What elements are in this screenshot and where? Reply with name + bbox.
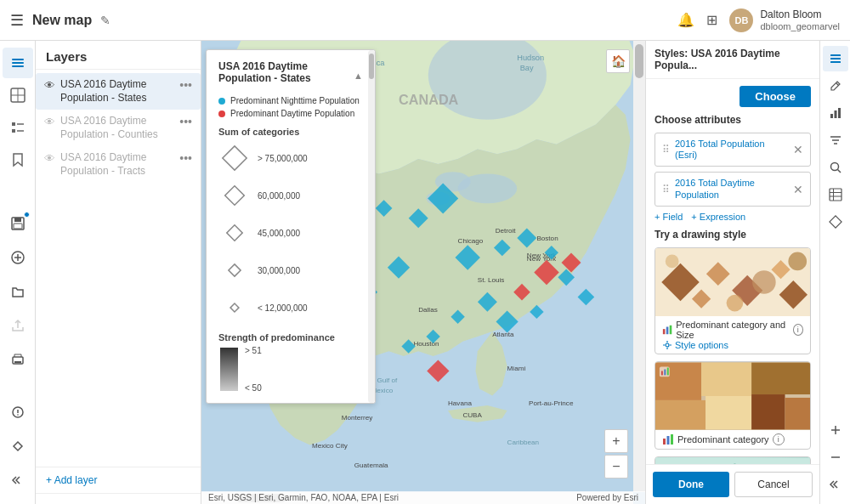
far-right-diamond-icon[interactable] bbox=[823, 209, 848, 235]
sidebar-item-whats-next[interactable] bbox=[3, 431, 33, 462]
svg-rect-82 bbox=[229, 264, 241, 276]
layer-more-icon[interactable]: ••• bbox=[179, 151, 192, 165]
svg-rect-97 bbox=[666, 326, 669, 334]
svg-rect-79 bbox=[223, 146, 246, 170]
svg-rect-105 bbox=[751, 394, 785, 429]
svg-rect-112 bbox=[667, 436, 670, 445]
right-panel: Styles: USA 2016 Daytime Popula... Choos… bbox=[645, 41, 819, 504]
map-vertical-scrollbar[interactable] bbox=[633, 41, 645, 492]
legend-scroll-up[interactable]: ▲ bbox=[354, 71, 363, 81]
far-right-filter-icon[interactable] bbox=[823, 127, 848, 153]
layer-item[interactable]: 👁 USA 2016 Daytime Population - Counties… bbox=[36, 110, 201, 146]
layer-more-icon[interactable]: ••• bbox=[179, 78, 192, 92]
sidebar-item-bookmarks[interactable] bbox=[3, 144, 33, 175]
style-section-label: Try a drawing style bbox=[654, 229, 811, 241]
svg-point-93 bbox=[752, 270, 776, 294]
svg-rect-81 bbox=[227, 225, 242, 241]
sidebar-item-share-map[interactable] bbox=[3, 310, 33, 341]
bell-icon[interactable]: 🔔 bbox=[677, 12, 694, 28]
layer-more-icon[interactable]: ••• bbox=[179, 115, 192, 128]
svg-text:Hudson: Hudson bbox=[517, 54, 544, 62]
add-expression-button[interactable]: + Expression bbox=[691, 212, 745, 222]
svg-text:Bay: Bay bbox=[520, 64, 534, 72]
choose-button[interactable]: Choose bbox=[740, 86, 811, 107]
edit-icon bbox=[829, 79, 842, 93]
add-field-button[interactable]: + Field bbox=[654, 212, 683, 222]
diamond-row: < 12,000,000 bbox=[218, 292, 363, 324]
svg-rect-2 bbox=[12, 65, 24, 67]
legend-item-daytime: Predominant Daytime Population bbox=[218, 109, 363, 118]
hamburger-icon[interactable]: ☰ bbox=[10, 11, 24, 30]
svg-text:Houston: Houston bbox=[413, 341, 439, 348]
zoom-out-button[interactable]: − bbox=[604, 455, 628, 479]
zoom-in-button[interactable]: + bbox=[604, 429, 628, 453]
far-right-layers-icon[interactable] bbox=[823, 46, 848, 71]
grid-icon[interactable]: ⊞ bbox=[706, 12, 717, 28]
svg-point-18 bbox=[17, 414, 19, 416]
sidebar-item-create-new-map[interactable] bbox=[3, 242, 33, 273]
sidebar-item-layers[interactable] bbox=[3, 48, 33, 78]
sidebar-item-print[interactable] bbox=[3, 344, 33, 375]
drag-handle-icon[interactable]: ⠿ bbox=[662, 144, 670, 156]
style-preview-svg bbox=[655, 248, 810, 316]
far-right-table-icon[interactable] bbox=[823, 182, 848, 207]
sidebar-item-basemap[interactable] bbox=[3, 80, 33, 110]
map-title: New map bbox=[32, 13, 92, 28]
top-bar: ☰ New map ✎ 🔔 ⊞ DB Dalton Bloom dbloom_g… bbox=[0, 0, 850, 41]
layer-visibility-icon[interactable]: 👁 bbox=[44, 116, 55, 128]
sidebar-item-open-existing-map[interactable] bbox=[3, 276, 33, 307]
far-right-search-icon[interactable] bbox=[823, 155, 848, 180]
sidebar-item-legend[interactable] bbox=[3, 112, 33, 143]
svg-rect-106 bbox=[785, 398, 810, 429]
main-area: Layers 👁 USA 2016 Daytime Population - S… bbox=[0, 41, 850, 504]
chart-icon bbox=[662, 433, 674, 445]
layer-visibility-icon[interactable]: 👁 bbox=[44, 79, 55, 92]
style-card-dot-density[interactable]: Dot Density i bbox=[654, 456, 811, 464]
sidebar-item-feedback[interactable] bbox=[3, 397, 33, 428]
sidebar-item-save[interactable] bbox=[3, 208, 33, 239]
far-right-bottom bbox=[823, 417, 848, 499]
zoom-in-icon bbox=[829, 423, 842, 437]
diamond-med-large bbox=[218, 179, 251, 212]
diamond-medium bbox=[218, 217, 251, 249]
far-right-edit-icon[interactable] bbox=[823, 73, 848, 99]
svg-text:Havana: Havana bbox=[448, 399, 472, 407]
add-layer-button[interactable]: + Add layer bbox=[46, 474, 190, 486]
svg-line-144 bbox=[836, 83, 838, 86]
remove-attribute-button[interactable]: ✕ bbox=[793, 143, 803, 156]
map-legend-popup: USA 2016 Daytime Population - States ▲ P… bbox=[206, 49, 376, 404]
layer-item[interactable]: 👁 USA 2016 Daytime Population - Tracts •… bbox=[36, 146, 201, 183]
svg-rect-83 bbox=[230, 303, 239, 312]
whats-next-icon bbox=[11, 439, 25, 453]
map-home-button[interactable]: 🏠 bbox=[606, 49, 630, 73]
svg-rect-96 bbox=[663, 329, 666, 334]
choose-area: Choose bbox=[654, 86, 811, 107]
legend-scrollbar[interactable] bbox=[368, 50, 375, 403]
style-options-link[interactable]: Style options bbox=[662, 340, 803, 350]
svg-text:Dallas: Dallas bbox=[418, 306, 438, 314]
user-info[interactable]: DB Dalton Bloom dbloom_geomarvel bbox=[729, 8, 840, 32]
info-icon: i bbox=[773, 433, 785, 445]
cancel-button[interactable]: Cancel bbox=[734, 472, 813, 497]
done-button[interactable]: Done bbox=[653, 472, 729, 497]
style-card-predominant-category[interactable]: Predominant category i bbox=[654, 361, 811, 450]
style-card-predominant-size[interactable]: Predominant category and Size i Style op… bbox=[654, 247, 811, 354]
far-right-analysis-icon[interactable] bbox=[823, 100, 848, 126]
layers-actions: + Add layer bbox=[36, 467, 201, 493]
edit-title-icon[interactable]: ✎ bbox=[100, 14, 110, 27]
drag-handle-icon[interactable]: ⠿ bbox=[662, 184, 670, 195]
far-right-collapse-icon[interactable] bbox=[823, 472, 848, 497]
remove-attribute-button[interactable]: ✕ bbox=[793, 183, 803, 196]
zoom-out-icon bbox=[829, 450, 842, 464]
layer-item[interactable]: 👁 USA 2016 Daytime Population - States •… bbox=[36, 73, 201, 110]
far-right-zoom-out-icon[interactable] bbox=[823, 445, 848, 470]
map-area[interactable]: Lake Athabasca Hudson Bay CANADA Edmonto… bbox=[201, 41, 645, 504]
sidebar-item-collapse[interactable] bbox=[3, 465, 33, 496]
share-icon bbox=[11, 319, 25, 332]
top-bar-right: 🔔 ⊞ DB Dalton Bloom dbloom_geomarvel bbox=[677, 8, 840, 32]
layer-visibility-icon[interactable]: 👁 bbox=[44, 152, 55, 165]
svg-rect-146 bbox=[834, 110, 836, 118]
expand-icon bbox=[829, 478, 842, 491]
far-right-zoom-in-icon[interactable] bbox=[823, 417, 848, 443]
style-preview bbox=[655, 457, 810, 464]
